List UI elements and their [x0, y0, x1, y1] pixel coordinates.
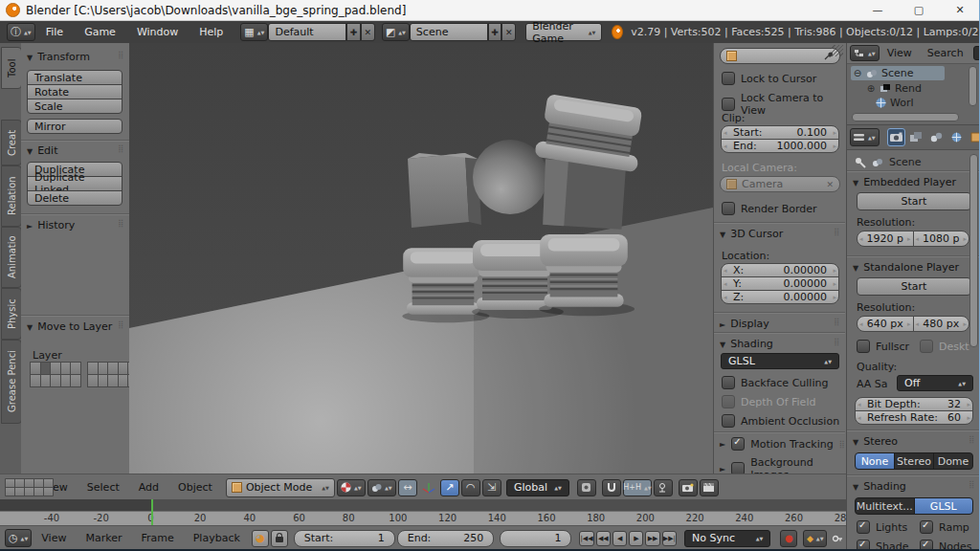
scale-button[interactable]: Scale — [27, 99, 122, 114]
keying-set-select[interactable]: ◆▲▼ — [803, 530, 827, 547]
play-button[interactable]: ▶ — [629, 531, 643, 546]
motion-tracking-checkbox[interactable] — [731, 437, 745, 451]
standalone-start-button[interactable]: Start — [857, 277, 971, 296]
panel-header-display[interactable]: Display — [720, 318, 769, 330]
close-button[interactable]: ✕ — [941, 0, 979, 20]
editor-type-timeline-button[interactable]: ◷▲▼ — [5, 529, 32, 547]
panel-header-history[interactable]: History — [27, 219, 75, 231]
jump-to-start-button[interactable]: |◀◀ — [579, 531, 593, 546]
embedded-start-button[interactable]: Start — [857, 192, 971, 210]
standalone-res-y-field[interactable]: 480 px — [913, 316, 970, 332]
tab-physics[interactable]: Physic — [1, 288, 22, 340]
stereo-none-button[interactable]: None — [855, 452, 895, 470]
manipulator-translate-button[interactable]: ↗ — [440, 479, 459, 496]
play-reverse-button[interactable]: ◀ — [612, 531, 627, 546]
panel-header-shading[interactable]: Shading — [720, 338, 773, 350]
menu-window[interactable]: Window — [126, 26, 189, 38]
titlebar[interactable]: Blender [C:\Users\jacob\Downloads\vanill… — [0, 0, 980, 21]
panel-header-standalone-player[interactable]: Standalone Player — [853, 261, 959, 274]
frame-end-field[interactable]: End:250 — [397, 530, 495, 547]
opengl-render-button[interactable] — [679, 479, 698, 496]
layer-grid-left[interactable] — [31, 363, 81, 387]
current-frame-field[interactable]: 1 — [500, 530, 571, 547]
tab-animation[interactable]: Animatio — [1, 227, 22, 288]
prev-keyframe-button[interactable]: ◀◀ — [596, 531, 611, 546]
render-border-checkbox[interactable] — [722, 202, 735, 215]
minimize-button[interactable]: — — [858, 0, 897, 20]
shading-mode-select[interactable]: GLSL▲▼ — [721, 353, 839, 369]
multitexture-button[interactable]: Multitext... — [855, 497, 915, 515]
menu-help[interactable]: Help — [189, 26, 234, 38]
expand-icon[interactable]: ⊕ — [866, 83, 876, 94]
glsl-button[interactable]: GLSL — [914, 497, 974, 515]
timeline-menu-view[interactable]: View — [32, 532, 76, 544]
lock-object-field[interactable] — [720, 48, 840, 64]
timeline-canvas[interactable] — [0, 499, 846, 511]
manipulator-toggle[interactable]: ↔ — [398, 479, 417, 496]
depth-of-field-row[interactable]: Depth Of Field — [722, 395, 815, 408]
refresh-rate-field[interactable]: Refresh Rate:60 — [855, 410, 973, 425]
engine-select[interactable]: Blender Game▲▼ — [525, 23, 602, 41]
translate-button[interactable]: Translate — [27, 70, 122, 85]
cursor-z-field[interactable]: Z:0.00000 — [721, 290, 839, 304]
standalone-res-x-field[interactable]: 640 px — [857, 316, 914, 332]
clip-end-field[interactable]: End:1000.000 — [721, 139, 839, 153]
manipulator-scale-button[interactable]: ⇲ — [482, 479, 501, 496]
stereo-stereo-button[interactable]: Stereo — [894, 452, 934, 470]
snap-element-select[interactable]: H+H▲▼ — [623, 479, 652, 496]
backface-culling-row[interactable]: Backface Culling — [722, 376, 828, 389]
backface-culling-checkbox[interactable] — [722, 376, 735, 389]
object-menu[interactable]: Object — [168, 481, 222, 494]
sync-mode-select[interactable]: No Sync▲▼ — [684, 530, 770, 547]
stereo-dome-button[interactable]: Dome — [933, 452, 973, 470]
panel-grip-icon[interactable]: ⣿ — [118, 320, 124, 329]
layer-cell[interactable] — [70, 362, 81, 375]
scene-name-field[interactable]: Scene — [410, 23, 488, 41]
tab-tools[interactable]: Tool — [1, 47, 22, 89]
editor-type-info-button[interactable]: ⓘ▲▼ — [7, 23, 35, 41]
aa-samples-select[interactable]: Off▲▼ — [897, 375, 973, 391]
outliner-item-renderlayers[interactable]: ⊕ Rend — [866, 81, 922, 96]
delete-button[interactable]: Delete — [27, 190, 122, 206]
scene-browse-button[interactable]: ◩▲▼ — [382, 23, 410, 41]
pin-icon[interactable] — [855, 157, 866, 168]
fullscreen-row[interactable]: Fullscr — [857, 340, 909, 353]
select-menu[interactable]: Select — [78, 481, 129, 494]
layer-cell[interactable] — [43, 487, 54, 496]
desktop-row[interactable]: Deskt — [920, 340, 969, 353]
viewport-shading-select[interactable]: ▲▼ — [337, 479, 366, 496]
tab-scene[interactable] — [927, 128, 946, 146]
tab-object[interactable] — [968, 128, 980, 146]
fullscreen-checkbox[interactable] — [857, 340, 870, 353]
editor-type-outliner-button[interactable]: ▲▼ — [850, 45, 880, 61]
clear-icon[interactable]: ✕ — [826, 180, 834, 189]
panel-grip-icon[interactable]: ⣿ — [118, 51, 124, 59]
timeline-menu-frame[interactable]: Frame — [131, 532, 183, 544]
properties-vscrollbar[interactable] — [969, 154, 978, 347]
ambient-occlusion-checkbox[interactable] — [722, 414, 735, 428]
desktop-checkbox[interactable] — [920, 340, 933, 353]
layout-browse-button[interactable]: ▦▲▼ — [240, 23, 268, 41]
ambient-occlusion-row[interactable]: Ambient Occlusion — [722, 414, 839, 428]
menu-file[interactable]: File — [35, 26, 74, 38]
cursor-y-field[interactable]: Y:0.00000 — [721, 276, 839, 291]
panel-header-embedded-player[interactable]: Embedded Player — [853, 176, 956, 188]
panel-grip-icon[interactable]: ⣿ — [834, 228, 840, 236]
layout-name-field[interactable]: Default — [268, 23, 346, 41]
header-layer-grid-right[interactable] — [6, 479, 54, 496]
jump-to-end-button[interactable]: ▶▶| — [662, 531, 677, 546]
mode-select[interactable]: Object Mode ▲▼ — [226, 478, 335, 497]
background-images-row[interactable]: ► Background Images — [720, 456, 845, 474]
maximize-button[interactable]: ▢ — [900, 0, 938, 20]
timeline-menu-marker[interactable]: Marker — [76, 532, 131, 544]
outliner-item-scene[interactable]: ⊖ Scene — [851, 66, 945, 80]
panel-grip-icon[interactable]: ⣿ — [834, 318, 840, 326]
add-menu[interactable]: Add — [129, 481, 168, 494]
panel-header-move-to-layer[interactable]: Move to Layer — [27, 320, 112, 333]
tab-world[interactable] — [947, 128, 966, 146]
tab-render-layers[interactable] — [907, 128, 925, 146]
lights-row[interactable]: Lights — [857, 520, 907, 534]
layout-delete-button[interactable]: ✕ — [361, 23, 375, 41]
frame-start-field[interactable]: Start:1 — [294, 530, 395, 547]
tab-create[interactable]: Creat — [1, 120, 22, 165]
